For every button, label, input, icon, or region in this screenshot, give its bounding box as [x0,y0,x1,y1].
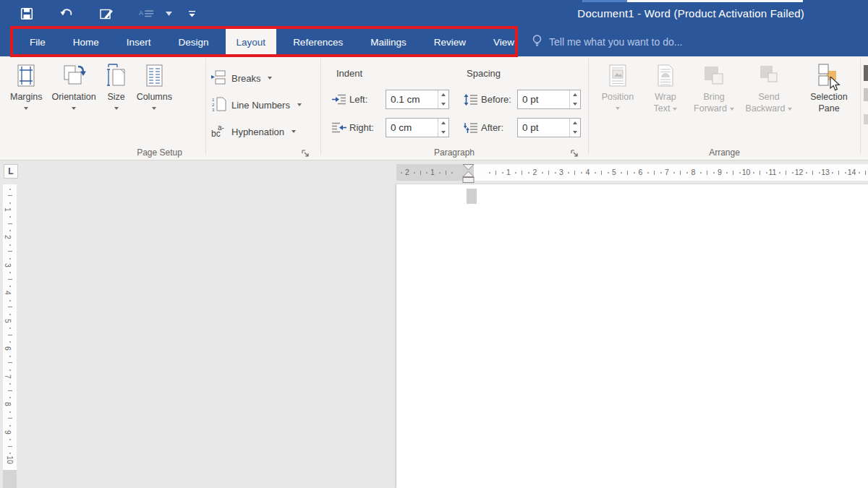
document-page[interactable] [396,184,868,488]
tab-design[interactable]: Design [168,27,220,56]
spacing-before-spinner[interactable] [569,90,580,108]
dropdown-caret-icon [114,107,119,110]
ruler-tick [446,171,446,175]
ruler-tick [806,172,807,174]
arrange-group-label: Arrange [588,147,861,158]
ruler-tick [601,171,602,175]
save-icon[interactable] [19,6,35,22]
ruler-tick [9,356,11,357]
hyphenation-button[interactable]: bca- Hyphenation [211,119,302,145]
ruler-number: 5 [4,319,12,323]
bring-forward-label-2: Forward [694,103,727,114]
ruler-tick [9,314,11,315]
indent-right-input[interactable]: 0 cm [386,118,449,137]
ruler-tick [9,189,11,190]
tab-home[interactable]: Home [62,27,110,56]
ruler-tick [595,172,596,174]
group-paragraph: Indent Spacing Left: 0.1 cm Right: 0 cm [320,56,588,160]
style-dropdown-caret-icon[interactable] [161,6,176,22]
ruler-margin-section [3,470,17,488]
ruler-tick [8,251,12,252]
indent-left-value[interactable]: 0.1 cm [386,90,438,108]
ruler-tick [634,172,635,174]
ruler-tick [865,171,866,175]
ruler-tick [766,172,767,174]
ruler-tick [9,369,11,371]
ruler-tick [548,171,549,175]
dropdown-caret-icon [673,108,677,111]
ruler-tick [9,230,11,231]
tab-insert[interactable]: Insert [116,27,162,56]
wrap-text-button[interactable]: Wrap Text [644,64,686,114]
ruler-number: 8 [692,168,696,176]
tab-review[interactable]: Review [423,27,477,56]
ruler-tick [792,172,793,174]
horizontal-ruler[interactable]: 211234567891011121314 [396,164,868,181]
ruler-tick [8,362,12,363]
indent-right-spinner[interactable] [438,119,448,137]
page-setup-dialog-launcher-icon[interactable] [302,147,310,156]
ruler-tick [502,172,503,174]
margins-button[interactable]: Margins [10,64,42,110]
bring-forward-button[interactable]: Bring Forward [689,64,739,114]
window-title: Document1 - Word (Product Activation Fai… [577,7,804,20]
tell-me-box[interactable]: Tell me what you want to do... [532,27,682,56]
spacing-before-field: Before: 0 pt [464,90,581,109]
dropdown-caret-icon [152,107,156,110]
position-button[interactable]: Position [597,64,639,110]
indent-right-field: Right: 0 cm [332,118,449,137]
ruler-tick [9,439,11,440]
ruler-number: 12 [795,168,804,176]
indent-right-value[interactable]: 0 cm [386,119,438,137]
ruler-tick [555,172,556,174]
word-window: A Document1 - Word (Product Activation F… [0,0,868,488]
spacing-after-spinner[interactable] [569,119,580,137]
tab-view[interactable]: View [482,27,525,56]
breaks-button[interactable]: Breaks [211,65,302,92]
spacing-after-value[interactable]: 0 pt [518,119,569,137]
spacing-after-input[interactable]: 0 pt [517,118,581,137]
send-backward-button[interactable]: Send Backward [741,64,796,114]
ruler-tick [439,172,441,174]
ruler-tick [8,335,12,335]
vertical-ruler[interactable]: 12345678910 [3,184,17,488]
ruler-tick [654,171,655,175]
columns-button[interactable]: Columns [137,64,172,110]
indent-left-input[interactable]: 0.1 cm [386,90,449,109]
indent-left-label: Left: [349,94,386,105]
ruler-number: 11 [769,168,777,176]
cut-off-icon [864,88,868,101]
ruler-number: 6 [639,168,643,176]
orientation-label: Orientation [51,92,95,103]
spacing-before-input[interactable]: 0 pt [517,90,581,109]
draft-edit-icon[interactable] [98,6,114,22]
margins-icon [15,64,37,90]
style-format-icon[interactable]: A [139,6,155,22]
dropdown-caret-icon [72,107,76,110]
tab-layout[interactable]: Layout [226,27,277,56]
tab-file[interactable]: File [19,27,56,56]
spacing-heading: Spacing [467,68,501,79]
svg-text:1: 1 [212,98,215,102]
indent-markers[interactable] [462,164,475,186]
size-button[interactable]: Size [106,64,127,110]
tab-stop-selector[interactable]: L [4,164,18,179]
customize-quick-access-icon[interactable] [184,6,200,22]
selection-pane-button[interactable]: Selection Pane [801,64,857,114]
orientation-button[interactable]: Orientation [51,64,95,110]
bring-forward-icon [702,64,726,90]
svg-text:a-: a- [218,124,224,132]
tab-references[interactable]: References [282,27,354,56]
tab-mailings[interactable]: Mailings [359,27,417,56]
spacing-before-value[interactable]: 0 pt [518,90,569,108]
indent-left-spinner[interactable] [438,90,448,108]
ruler-tick [495,171,496,175]
ruler-number: 4 [4,291,12,295]
undo-icon[interactable] [59,6,75,22]
size-label: Size [107,92,124,103]
dropdown-caret-icon [24,107,28,110]
ruler-tick [686,172,688,174]
line-numbers-button[interactable]: 123 Line Numbers [211,92,302,119]
ruler-tick [838,171,839,175]
paragraph-dialog-launcher-icon[interactable] [571,147,579,156]
